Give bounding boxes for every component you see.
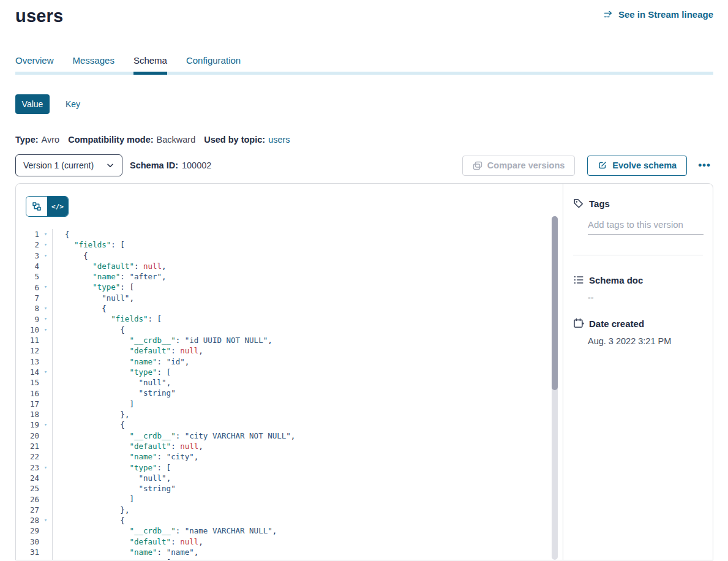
line-number: 1 <box>16 230 39 239</box>
tags-title: Tags <box>589 198 610 209</box>
line-number: 5 <box>16 272 39 281</box>
tab-messages[interactable]: Messages <box>73 55 114 66</box>
editor-scrollbar-track[interactable] <box>552 216 558 560</box>
code-line: 10▾{ <box>16 325 563 335</box>
code-text: "null", <box>52 377 563 388</box>
code-line: 32▾"type": [ <box>16 557 563 560</box>
version-select-value: Version 1 (current) <box>23 160 94 170</box>
stream-lineage-link[interactable]: See in Stream lineage <box>604 9 713 20</box>
code-text: "default": null, <box>52 345 563 356</box>
schema-doc-value: -- <box>588 293 703 303</box>
fold-toggle-icon[interactable]: ▾ <box>39 420 52 430</box>
code-text: "name": "city", <box>52 451 563 462</box>
doc-list-icon <box>573 274 584 285</box>
tab-overview[interactable]: Overview <box>15 55 54 66</box>
code-line: 13"name": "id", <box>16 356 563 367</box>
fold-toggle-icon[interactable]: ▾ <box>39 239 52 250</box>
fold-toggle-icon[interactable]: ▾ <box>39 314 52 324</box>
key-toggle-button[interactable]: Key <box>66 99 80 109</box>
code-line: 5"name": "after", <box>16 271 563 282</box>
tab-configuration[interactable]: Configuration <box>186 55 241 66</box>
code-text: "type": [ <box>52 462 563 473</box>
code-line: 15"null", <box>16 377 563 388</box>
compatibility-value: Backward <box>157 135 196 145</box>
line-number: 32 <box>16 558 39 560</box>
code-line: 16"string" <box>16 388 563 398</box>
code-text: "default": null, <box>52 441 563 451</box>
code-line: 8▾{ <box>16 303 563 314</box>
tree-view-icon <box>32 201 42 211</box>
fold-toggle-icon[interactable]: ▾ <box>39 462 52 473</box>
line-number: 3 <box>16 251 39 260</box>
tab-underline <box>15 72 713 75</box>
meta-compatibility: Compatibility mode: Backward <box>68 135 195 145</box>
topic-link[interactable]: users <box>268 135 290 145</box>
line-number: 9 <box>16 315 39 324</box>
code-view-icon: </> <box>51 203 64 211</box>
code-line: 26] <box>16 494 563 504</box>
line-number: 29 <box>16 526 39 535</box>
code-text: "fields": [ <box>52 314 563 324</box>
compare-versions-button[interactable]: Compare versions <box>462 156 576 176</box>
type-label: Type: <box>15 135 39 145</box>
fold-toggle-icon[interactable]: ▾ <box>39 250 52 261</box>
code-text: "default": null, <box>52 537 563 547</box>
schema-id-value: 100002 <box>182 160 211 170</box>
code-line: 4"default": null, <box>16 261 563 271</box>
code-line: 23▾"type": [ <box>16 462 563 473</box>
code-line: 21"default": null, <box>16 441 563 451</box>
line-number: 8 <box>16 304 39 313</box>
fold-toggle-icon[interactable]: ▾ <box>39 367 52 377</box>
page-header: users See in Stream lineage <box>0 0 728 27</box>
line-number: 14 <box>16 367 39 377</box>
code-line: 3▾{ <box>16 250 563 261</box>
line-number: 7 <box>16 293 39 303</box>
fold-toggle-icon[interactable]: ▾ <box>39 557 52 560</box>
code-line: 24"null", <box>16 473 563 483</box>
code-text: }, <box>52 409 563 420</box>
date-created-header: Date created <box>573 317 703 329</box>
line-number: 27 <box>16 505 39 514</box>
fold-toggle-icon[interactable]: ▾ <box>39 229 52 239</box>
active-tab-indicator <box>133 72 167 75</box>
line-number: 31 <box>16 548 39 557</box>
line-number: 11 <box>16 336 39 345</box>
tab-schema[interactable]: Schema <box>133 55 167 66</box>
schema-doc-header: Schema doc <box>573 274 703 286</box>
fold-toggle-icon[interactable]: ▾ <box>39 303 52 314</box>
line-number: 25 <box>16 484 39 493</box>
fold-toggle-icon[interactable]: ▾ <box>39 515 52 525</box>
code-text: "type": [ <box>52 367 563 377</box>
fold-toggle-icon[interactable]: ▾ <box>39 282 52 292</box>
schema-panel: </> 1▾{2▾"fields": [3▾{4"default": null,… <box>15 183 713 560</box>
code-line: 20"__crdb__": "city VARCHAR NOT NULL", <box>16 431 563 441</box>
code-text: { <box>52 325 563 335</box>
code-line: 7"null", <box>16 293 563 303</box>
version-select[interactable]: Version 1 (current) <box>15 154 122 176</box>
line-number: 18 <box>16 410 39 419</box>
code-editor-content[interactable]: 1▾{2▾"fields": [3▾{4"default": null,5"na… <box>16 229 563 560</box>
line-number: 15 <box>16 378 39 387</box>
more-options-button[interactable]: ••• <box>696 158 713 173</box>
line-number: 10 <box>16 325 39 334</box>
meta-type: Type: Avro <box>15 135 59 145</box>
date-created-value: Aug. 3 2022 3:21 PM <box>588 336 703 346</box>
code-line: 25"string" <box>16 483 563 494</box>
meta-topic: Used by topic: users <box>204 135 290 145</box>
value-toggle-button[interactable]: Value <box>15 94 50 114</box>
code-view-button[interactable]: </> <box>47 197 68 216</box>
line-number: 4 <box>16 262 39 271</box>
tree-view-button[interactable] <box>26 197 47 216</box>
code-line: 2▾"fields": [ <box>16 239 563 250</box>
code-line: 27}, <box>16 505 563 515</box>
editor-scrollbar-thumb[interactable] <box>552 216 558 390</box>
schema-editor: </> 1▾{2▾"fields": [3▾{4"default": null,… <box>16 184 563 560</box>
evolve-schema-button[interactable]: Evolve schema <box>587 156 687 176</box>
tab-bar: OverviewMessagesSchemaConfiguration <box>15 55 728 66</box>
fold-toggle-icon[interactable]: ▾ <box>39 325 52 335</box>
code-text: { <box>52 515 563 525</box>
code-line: 12"default": null, <box>16 345 563 356</box>
add-tags-input[interactable] <box>588 216 704 235</box>
schema-doc-section: Schema doc -- <box>573 274 703 303</box>
code-text: "type": [ <box>52 282 563 292</box>
